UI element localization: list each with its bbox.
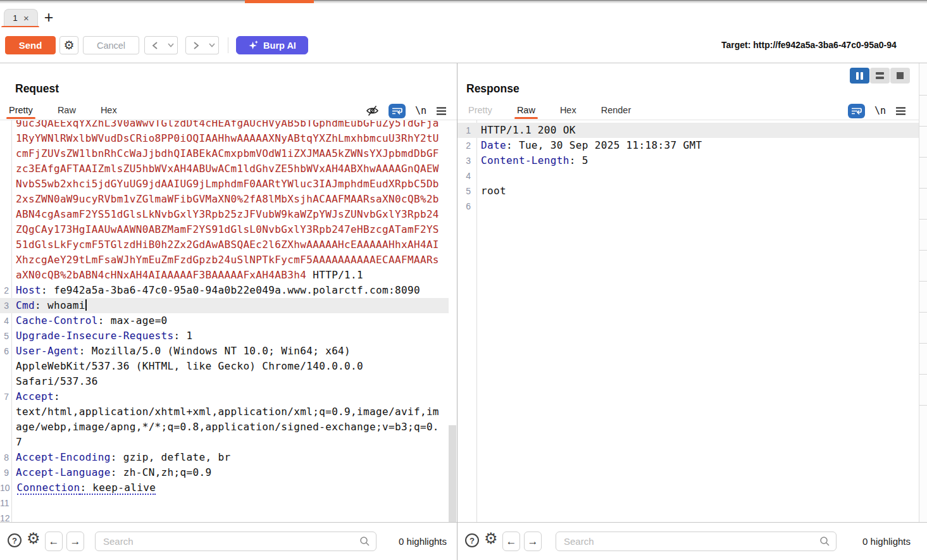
newline-toggle[interactable]: \n bbox=[874, 105, 886, 116]
line-number: 9 bbox=[0, 465, 11, 480]
request-editor[interactable]: 9uc3QAEExqYXZhL3V0aWwvTGlzdDt4cHEAfgAUcH… bbox=[0, 120, 449, 522]
request-line[interactable]: ABN4cgAsamF2YS51dGlsLkNvbGxlY3Rpb25zJFVu… bbox=[0, 207, 449, 222]
close-icon[interactable]: × bbox=[23, 13, 29, 23]
previous-match-button[interactable]: ← bbox=[502, 532, 520, 551]
response-menu-button[interactable] bbox=[895, 107, 906, 115]
forward-history-dropdown[interactable] bbox=[206, 36, 219, 54]
chevron-right-icon bbox=[192, 41, 200, 50]
scrollbar-thumb[interactable] bbox=[449, 425, 456, 522]
search-settings-button[interactable]: ⚙ bbox=[484, 531, 498, 546]
request-line[interactable]: XhzcgAeY29tLmFsaWJhYmEuZmFzdGpzb24uSlNPT… bbox=[0, 252, 449, 268]
line-number bbox=[0, 359, 11, 374]
previous-match-button[interactable]: ← bbox=[45, 532, 63, 551]
repeater-tab-1[interactable]: 1 × bbox=[4, 9, 38, 26]
help-button[interactable]: ? bbox=[8, 533, 22, 547]
request-line[interactable]: 11 bbox=[0, 495, 449, 511]
request-menu-button[interactable] bbox=[436, 107, 447, 115]
repeater-toolbar: Send ⚙ Cancel Burp AI Target: http://fe9… bbox=[0, 27, 927, 63]
word-wrap-button[interactable] bbox=[389, 104, 406, 118]
response-line[interactable]: 6 bbox=[457, 199, 919, 214]
response-line[interactable]: 3Content-Length: 5 bbox=[457, 153, 919, 168]
tab-hex[interactable]: Hex bbox=[99, 102, 118, 118]
newline-toggle[interactable]: \n bbox=[415, 105, 426, 116]
next-match-button[interactable]: → bbox=[524, 532, 542, 551]
request-line[interactable]: 4Cache-Control: max-age=0 bbox=[0, 313, 449, 328]
line-content: text/html,application/xhtml+xml,applicat… bbox=[11, 404, 439, 420]
search-input[interactable] bbox=[556, 532, 837, 551]
line-number: 11 bbox=[0, 495, 12, 511]
next-match-button[interactable]: → bbox=[66, 532, 84, 551]
line-content: 1RyYWNlRWxlbWVudDsCRio8PP0iOQIAAHhwAAAAA… bbox=[11, 131, 439, 146]
line-number bbox=[0, 268, 11, 283]
response-title: Response bbox=[466, 82, 519, 96]
send-settings-button[interactable]: ⚙ bbox=[59, 36, 78, 54]
line-number: 7 bbox=[0, 389, 11, 404]
line-number bbox=[0, 161, 11, 177]
back-button[interactable] bbox=[144, 36, 165, 54]
word-wrap-button[interactable] bbox=[848, 104, 865, 118]
response-line[interactable]: 4 bbox=[457, 168, 919, 184]
send-button[interactable]: Send bbox=[5, 36, 56, 54]
response-line[interactable]: 1HTTP/1.1 200 OK bbox=[457, 123, 919, 138]
arrow-left-icon: ← bbox=[506, 535, 517, 548]
request-line[interactable]: zc3EAfgAFTAAIZmlsZU5hbWVxAH4ABUwACm1ldGh… bbox=[0, 161, 449, 177]
cancel-button[interactable]: Cancel bbox=[83, 36, 139, 54]
request-line[interactable]: 6User-Agent: Mozilla/5.0 (Windows NT 10.… bbox=[0, 344, 449, 359]
line-number: 8 bbox=[0, 450, 11, 465]
tab-pretty[interactable]: Pretty bbox=[467, 102, 494, 118]
request-line[interactable]: 12 bbox=[0, 511, 449, 522]
request-line[interactable]: 9Accept-Language: zh-CN,zh;q=0.9 bbox=[0, 465, 449, 480]
target-label: Target: http://fe942a5a-3ba6-47c0-95a0-9… bbox=[721, 40, 927, 50]
search-icon bbox=[819, 536, 830, 547]
search-settings-button[interactable]: ⚙ bbox=[27, 531, 40, 546]
tab-raw[interactable]: Raw bbox=[516, 102, 537, 118]
tab-pretty[interactable]: Pretty bbox=[8, 102, 34, 118]
split-rows-button[interactable] bbox=[870, 68, 890, 84]
forward-button[interactable] bbox=[185, 36, 206, 54]
request-line[interactable]: 2xsZWN0aW9ucyRVbm1vZGlmaWFibGVMaXN0%2fA8… bbox=[0, 192, 449, 207]
request-line[interactable]: cmFjZUVsZW1lbnRhCcWaJjbdhQIABEkACmxpbmVO… bbox=[0, 146, 449, 161]
request-line[interactable]: age/webp,image/apng,*/*;q=0.8,applicatio… bbox=[0, 420, 449, 435]
inspector-collapsed-strip[interactable] bbox=[919, 63, 927, 522]
new-tab-button[interactable]: + bbox=[40, 8, 57, 26]
request-line[interactable]: ZQgCAy173HgIAAUwAAWN0ABZMamF2YS91dGlsL0N… bbox=[0, 222, 449, 237]
tab-render[interactable]: Render bbox=[600, 102, 633, 118]
request-line[interactable]: 2Host: fe942a5a-3ba6-47c0-95a0-94a0b22e0… bbox=[0, 283, 449, 298]
hide-matches-button[interactable] bbox=[366, 104, 379, 117]
request-line[interactable]: 7 bbox=[0, 435, 449, 450]
request-line[interactable]: 8Accept-Encoding: gzip, deflate, br bbox=[0, 450, 449, 465]
tab-hex[interactable]: Hex bbox=[559, 102, 578, 118]
search-input[interactable] bbox=[95, 532, 376, 551]
request-line[interactable]: 51dGlsLkFycmF5TGlzdHiB0h2Zx2GdAwABSQAEc2… bbox=[0, 237, 449, 252]
request-line[interactable]: 9uc3QAEExqYXZhL3V0aWwvTGlzdDt4cHEAfgAUcH… bbox=[0, 120, 449, 131]
request-line[interactable]: aXN0cQB%2bABN4cHNxAH4AIAAAAAF3BAAAAAFxAH… bbox=[0, 268, 449, 283]
response-view-icons: \n bbox=[848, 103, 906, 118]
line-number: 2 bbox=[457, 138, 476, 153]
chevron-down-icon bbox=[209, 43, 215, 47]
line-number bbox=[0, 177, 11, 192]
single-panel-button[interactable] bbox=[890, 68, 910, 84]
help-button[interactable]: ? bbox=[465, 533, 479, 547]
request-scrollbar[interactable] bbox=[449, 120, 456, 522]
question-icon: ? bbox=[470, 536, 475, 545]
request-line[interactable]: 5Upgrade-Insecure-Requests: 1 bbox=[0, 328, 449, 344]
line-number: 6 bbox=[457, 199, 476, 214]
split-columns-button[interactable] bbox=[850, 68, 869, 84]
back-history-dropdown[interactable] bbox=[165, 36, 178, 54]
request-line[interactable]: 10Connection: keep-alive bbox=[0, 480, 449, 495]
line-number bbox=[0, 420, 11, 435]
request-line[interactable]: 1RyYWNlRWxlbWVudDsCRio8PP0iOQIAAHhwAAAAA… bbox=[0, 131, 449, 146]
line-number: 5 bbox=[457, 184, 476, 199]
request-line[interactable]: Safari/537.36 bbox=[0, 374, 449, 389]
response-editor[interactable]: 1HTTP/1.1 200 OK2Date: Tue, 30 Sep 2025 … bbox=[457, 120, 919, 522]
request-line[interactable]: text/html,application/xhtml+xml,applicat… bbox=[0, 404, 449, 420]
burp-ai-button[interactable]: Burp AI bbox=[236, 36, 308, 54]
response-line[interactable]: 5root bbox=[457, 184, 919, 199]
request-line[interactable]: 7Accept: bbox=[0, 389, 449, 404]
request-line[interactable]: AppleWebKit/537.36 (KHTML, like Gecko) C… bbox=[0, 359, 449, 374]
response-line[interactable]: 2Date: Tue, 30 Sep 2025 11:18:37 GMT bbox=[457, 138, 919, 153]
tab-raw[interactable]: Raw bbox=[56, 102, 77, 118]
line-content: Connection: keep-alive bbox=[13, 480, 156, 495]
request-line[interactable]: 3Cmd: whoami bbox=[0, 298, 449, 313]
request-line[interactable]: NvbS5wb2xhci5jdGYuUG9jdAAIUG9jLmphdmF0AA… bbox=[0, 177, 449, 192]
